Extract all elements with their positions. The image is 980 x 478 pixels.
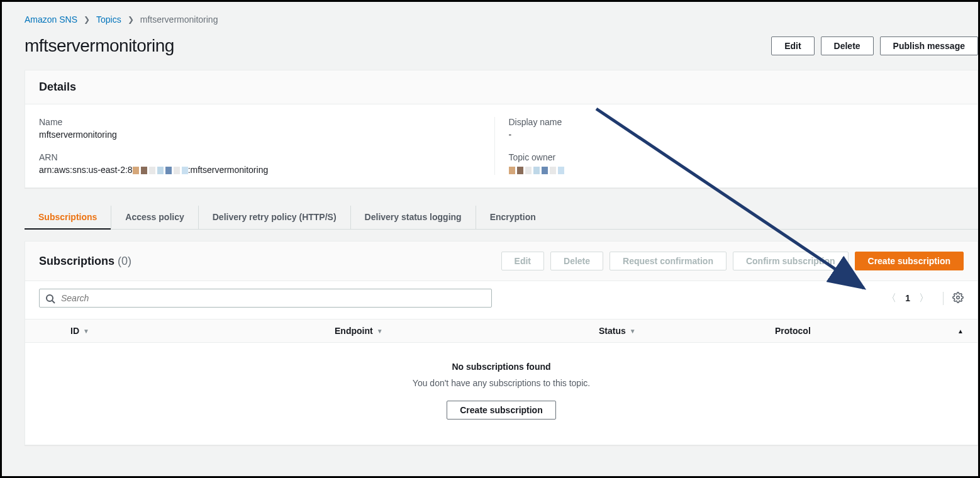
empty-create-subscription-button[interactable]: Create subscription [447, 401, 555, 420]
breadcrumb-root[interactable]: Amazon SNS [25, 14, 77, 25]
tabs: Subscriptions Access policy Delivery ret… [25, 206, 978, 230]
display-name-label: Display name [509, 117, 964, 127]
create-subscription-button[interactable]: Create subscription [855, 252, 964, 270]
name-label: Name [39, 117, 494, 127]
sub-edit-button[interactable]: Edit [501, 252, 544, 270]
delete-button[interactable]: Delete [821, 36, 874, 55]
request-confirmation-button[interactable]: Request confirmation [610, 252, 727, 270]
arn-value: arn:aws:sns:us-east-2:8:mftservermonitor… [39, 165, 494, 175]
search-input[interactable] [39, 289, 492, 308]
table-header: ID▼ Endpoint▼ Status▼ Protocol▲ [25, 319, 977, 343]
empty-title: No subscriptions found [25, 362, 977, 372]
details-panel: Details Name mftservermonitoring ARN arn… [25, 70, 978, 188]
empty-state: No subscriptions found You don't have an… [25, 343, 977, 445]
svg-line-1 [52, 301, 55, 303]
column-id[interactable]: ID▼ [70, 326, 335, 336]
subscriptions-panel: Subscriptions (0) Edit Delete Request co… [25, 241, 978, 445]
column-status[interactable]: Status▼ [599, 326, 775, 336]
redacted-block [133, 167, 188, 174]
edit-button[interactable]: Edit [771, 36, 814, 55]
page-title: mftservermonitoring [25, 36, 174, 56]
display-name-value: - [509, 130, 964, 140]
details-panel-title: Details [39, 81, 76, 94]
topic-owner-value [509, 165, 964, 175]
search-icon [45, 294, 55, 306]
gear-icon[interactable] [943, 292, 964, 305]
svg-point-2 [957, 296, 960, 299]
subscriptions-title: Subscriptions [39, 255, 114, 267]
sort-icon: ▼ [377, 328, 383, 335]
name-value: mftservermonitoring [39, 130, 494, 140]
chevron-right-icon: ❯ [84, 15, 90, 24]
publish-message-button[interactable]: Publish message [880, 36, 978, 55]
prev-page-button[interactable]: 〈 [886, 292, 896, 305]
column-endpoint[interactable]: Endpoint▼ [335, 326, 599, 336]
chevron-right-icon: ❯ [128, 15, 134, 24]
page-number: 1 [905, 293, 910, 303]
sort-icon: ▼ [630, 328, 636, 335]
arn-label: ARN [39, 152, 494, 162]
breadcrumb-current: mftservermonitoring [140, 14, 218, 25]
subscriptions-count: (0) [118, 255, 131, 267]
arn-prefix: arn:aws:sns:us-east-2:8 [39, 165, 133, 175]
sub-delete-button[interactable]: Delete [550, 252, 603, 270]
tab-encryption[interactable]: Encryption [476, 206, 550, 229]
svg-point-0 [47, 295, 53, 301]
tab-access-policy[interactable]: Access policy [111, 206, 198, 229]
breadcrumb-parent[interactable]: Topics [96, 14, 121, 25]
column-protocol[interactable]: Protocol▲ [775, 326, 964, 336]
confirm-subscription-button[interactable]: Confirm subscription [733, 252, 849, 270]
empty-subtitle: You don't have any subscriptions to this… [25, 378, 977, 388]
topic-owner-label: Topic owner [509, 152, 964, 162]
tab-subscriptions[interactable]: Subscriptions [25, 206, 111, 230]
breadcrumb: Amazon SNS ❯ Topics ❯ mftservermonitorin… [25, 14, 978, 25]
sort-icon: ▲ [957, 328, 964, 335]
tab-delivery-status[interactable]: Delivery status logging [350, 206, 476, 229]
tab-delivery-retry[interactable]: Delivery retry policy (HTTP/S) [198, 206, 350, 229]
arn-suffix: :mftservermonitoring [188, 165, 269, 175]
sort-icon: ▼ [83, 328, 89, 335]
redacted-block [509, 167, 564, 174]
next-page-button[interactable]: 〉 [919, 292, 929, 305]
